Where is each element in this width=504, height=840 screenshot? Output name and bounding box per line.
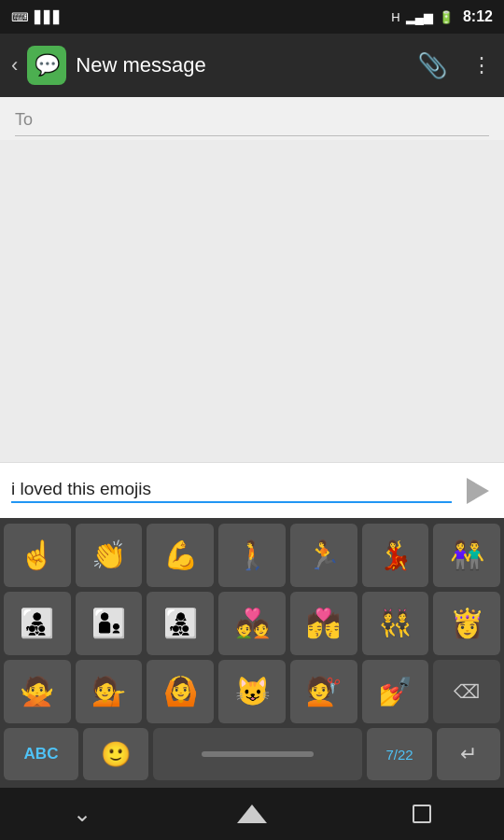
key-dancer[interactable]: 💃 bbox=[362, 524, 429, 587]
char-counter: 7/22 bbox=[367, 728, 432, 780]
nav-home-button[interactable] bbox=[215, 797, 289, 831]
app-title: New message bbox=[76, 53, 408, 77]
key-family-1[interactable]: 👨‍👧‍👦 bbox=[4, 592, 71, 655]
keyboard-row-2: 👨‍👧‍👦 👨‍👦 👩‍👧‍👦 💑 💏 👯 👸 bbox=[4, 592, 500, 655]
key-dancers[interactable]: 👯 bbox=[362, 592, 429, 655]
delete-key[interactable]: ⌫ bbox=[433, 660, 500, 723]
signal-icon: ▂▄▆ bbox=[406, 10, 433, 24]
abc-key[interactable]: ABC bbox=[4, 728, 78, 780]
nav-home-icon bbox=[237, 805, 267, 823]
key-nail-polish[interactable]: 💅 bbox=[362, 660, 429, 723]
key-clapping[interactable]: 👏 bbox=[76, 524, 143, 587]
to-label: To bbox=[15, 110, 33, 129]
battery-icon: 🔋 bbox=[439, 10, 454, 24]
keyboard-row-3: 🙅 💁 🙆 😺 💇 💅 ⌫ bbox=[4, 660, 500, 723]
bars-icon: ▋▋▋ bbox=[35, 10, 63, 24]
enter-key[interactable]: ↵ bbox=[437, 728, 500, 780]
nav-back-button[interactable]: ⌄ bbox=[50, 793, 114, 834]
app-bar: ‹ 💬 New message 📎 ⋮ bbox=[0, 34, 504, 97]
key-no-good[interactable]: 🙅 bbox=[4, 660, 71, 723]
input-area bbox=[0, 462, 504, 518]
nav-bar: ⌄ bbox=[0, 788, 504, 840]
app-icon: 💬 bbox=[27, 46, 66, 85]
key-couple[interactable]: 👫 bbox=[433, 524, 500, 587]
key-walking[interactable]: 🚶 bbox=[218, 524, 286, 587]
key-information-desk[interactable]: 💁 bbox=[76, 660, 143, 723]
to-underline bbox=[15, 135, 489, 136]
key-kiss[interactable]: 💏 bbox=[290, 592, 357, 655]
overflow-menu-icon[interactable]: ⋮ bbox=[471, 53, 493, 77]
key-pointing-finger[interactable]: ☝️ bbox=[4, 524, 71, 587]
keyboard-row-1: ☝️ 👏 💪 🚶 🏃 💃 👫 bbox=[4, 524, 500, 587]
key-flexed-bicep[interactable]: 💪 bbox=[147, 524, 214, 587]
keyboard-icon: ⌨ bbox=[11, 10, 29, 24]
key-cat-face[interactable]: 😺 bbox=[218, 660, 286, 723]
message-body bbox=[0, 140, 504, 462]
space-bar-visual bbox=[202, 751, 314, 757]
h-icon: H bbox=[391, 10, 399, 24]
paperclip-icon[interactable]: 📎 bbox=[417, 51, 447, 80]
key-ok-woman[interactable]: 🙆 bbox=[147, 660, 214, 723]
status-bar: ⌨ ▋▋▋ H ▂▄▆ 🔋 8:12 bbox=[0, 0, 504, 34]
emoji-key[interactable]: 🙂 bbox=[83, 728, 148, 780]
nav-recents-icon bbox=[413, 805, 431, 823]
key-family-3[interactable]: 👩‍👧‍👦 bbox=[147, 592, 214, 655]
key-couple-heart[interactable]: 💑 bbox=[218, 592, 286, 655]
key-princess[interactable]: 👸 bbox=[433, 592, 500, 655]
status-time: 8:12 bbox=[463, 8, 493, 25]
key-running[interactable]: 🏃 bbox=[290, 524, 357, 587]
key-haircut[interactable]: 💇 bbox=[290, 660, 357, 723]
to-section: To bbox=[0, 97, 504, 140]
nav-recents-button[interactable] bbox=[390, 797, 454, 831]
space-key[interactable] bbox=[153, 728, 362, 780]
back-icon[interactable]: ‹ bbox=[11, 53, 18, 77]
keyboard-bottom-row: ABC 🙂 7/22 ↵ bbox=[4, 728, 500, 780]
message-input[interactable] bbox=[11, 479, 452, 503]
send-arrow-icon bbox=[467, 478, 489, 504]
nav-back-icon: ⌄ bbox=[73, 801, 91, 827]
key-family-2[interactable]: 👨‍👦 bbox=[76, 592, 143, 655]
emoji-keyboard: ☝️ 👏 💪 🚶 🏃 💃 👫 👨‍👧‍👦 👨‍👦 👩‍👧‍👦 💑 💏 👯 👸 🙅… bbox=[0, 518, 504, 788]
send-button[interactable] bbox=[463, 474, 493, 508]
